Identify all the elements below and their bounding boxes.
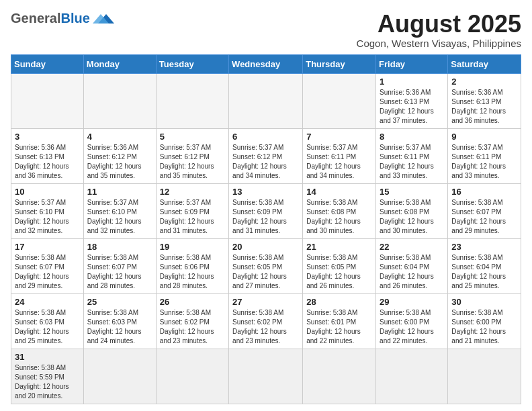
calendar-cell: 30Sunrise: 5:38 AM Sunset: 6:00 PM Dayli… xyxy=(448,293,521,349)
day-number: 11 xyxy=(87,187,152,197)
calendar-cell: 27Sunrise: 5:38 AM Sunset: 6:02 PM Dayli… xyxy=(229,293,303,349)
calendar-cell: 2Sunrise: 5:36 AM Sunset: 6:13 PM Daylig… xyxy=(448,73,521,128)
weekday-header-saturday: Saturday xyxy=(448,54,521,73)
calendar-cell xyxy=(229,73,303,128)
logo-blue: Blue xyxy=(60,11,89,26)
day-info: Sunrise: 5:37 AM Sunset: 6:10 PM Dayligh… xyxy=(15,198,80,236)
day-info: Sunrise: 5:38 AM Sunset: 6:07 PM Dayligh… xyxy=(451,198,517,236)
calendar-cell: 26Sunrise: 5:38 AM Sunset: 6:02 PM Dayli… xyxy=(156,293,228,349)
day-info: Sunrise: 5:36 AM Sunset: 6:13 PM Dayligh… xyxy=(451,88,517,126)
calendar-cell: 16Sunrise: 5:38 AM Sunset: 6:07 PM Dayli… xyxy=(448,183,521,238)
calendar-cell: 22Sunrise: 5:38 AM Sunset: 6:04 PM Dayli… xyxy=(376,238,448,293)
calendar-cell: 15Sunrise: 5:38 AM Sunset: 6:08 PM Dayli… xyxy=(376,183,448,238)
calendar-cell: 14Sunrise: 5:38 AM Sunset: 6:08 PM Dayli… xyxy=(303,183,376,238)
calendar-cell: 21Sunrise: 5:38 AM Sunset: 6:05 PM Dayli… xyxy=(303,238,376,293)
calendar-cell: 5Sunrise: 5:37 AM Sunset: 6:12 PM Daylig… xyxy=(156,128,228,183)
day-info: Sunrise: 5:36 AM Sunset: 6:13 PM Dayligh… xyxy=(380,88,444,126)
day-number: 28 xyxy=(306,297,372,307)
day-number: 2 xyxy=(451,77,517,87)
calendar-cell xyxy=(156,73,228,128)
weekday-header-sunday: Sunday xyxy=(11,54,84,73)
calendar-week-row: 1Sunrise: 5:36 AM Sunset: 6:13 PM Daylig… xyxy=(11,73,521,128)
calendar-cell: 12Sunrise: 5:37 AM Sunset: 6:09 PM Dayli… xyxy=(156,183,228,238)
day-number: 8 xyxy=(380,132,444,142)
day-info: Sunrise: 5:38 AM Sunset: 6:00 PM Dayligh… xyxy=(380,308,444,346)
day-info: Sunrise: 5:38 AM Sunset: 5:59 PM Dayligh… xyxy=(15,363,80,401)
page-header: GeneralBlue August 2025 Cogon, Western V… xyxy=(11,11,521,49)
day-number: 30 xyxy=(451,297,517,307)
day-number: 15 xyxy=(380,187,444,197)
day-info: Sunrise: 5:38 AM Sunset: 6:06 PM Dayligh… xyxy=(160,253,225,291)
day-info: Sunrise: 5:38 AM Sunset: 6:00 PM Dayligh… xyxy=(451,308,517,346)
calendar-cell: 11Sunrise: 5:37 AM Sunset: 6:10 PM Dayli… xyxy=(83,183,156,238)
calendar-cell xyxy=(156,349,228,404)
day-number: 16 xyxy=(451,187,517,197)
day-number: 14 xyxy=(306,187,372,197)
day-number: 13 xyxy=(232,187,299,197)
day-info: Sunrise: 5:38 AM Sunset: 6:03 PM Dayligh… xyxy=(15,308,80,346)
day-info: Sunrise: 5:38 AM Sunset: 6:02 PM Dayligh… xyxy=(232,308,299,346)
day-number: 9 xyxy=(451,132,517,142)
day-info: Sunrise: 5:38 AM Sunset: 6:05 PM Dayligh… xyxy=(232,253,299,291)
day-number: 18 xyxy=(87,242,152,252)
day-number: 7 xyxy=(306,132,372,142)
day-number: 31 xyxy=(15,352,80,362)
calendar-week-row: 17Sunrise: 5:38 AM Sunset: 6:07 PM Dayli… xyxy=(11,238,521,293)
day-info: Sunrise: 5:36 AM Sunset: 6:13 PM Dayligh… xyxy=(15,143,80,181)
calendar-cell: 7Sunrise: 5:37 AM Sunset: 6:11 PM Daylig… xyxy=(303,128,376,183)
day-info: Sunrise: 5:38 AM Sunset: 6:07 PM Dayligh… xyxy=(15,253,80,291)
title-block: August 2025 Cogon, Western Visayas, Phil… xyxy=(357,11,521,49)
calendar-table: SundayMondayTuesdayWednesdayThursdayFrid… xyxy=(11,54,521,404)
day-info: Sunrise: 5:38 AM Sunset: 6:09 PM Dayligh… xyxy=(232,198,299,236)
logo: GeneralBlue xyxy=(11,11,114,26)
day-number: 24 xyxy=(15,297,80,307)
day-info: Sunrise: 5:38 AM Sunset: 6:08 PM Dayligh… xyxy=(306,198,372,236)
day-number: 25 xyxy=(87,297,152,307)
weekday-header-tuesday: Tuesday xyxy=(156,54,228,73)
calendar-cell xyxy=(303,73,376,128)
calendar-cell: 31Sunrise: 5:38 AM Sunset: 5:59 PM Dayli… xyxy=(11,349,84,404)
calendar-week-row: 31Sunrise: 5:38 AM Sunset: 5:59 PM Dayli… xyxy=(11,349,521,404)
logo-general: GeneralBlue xyxy=(11,11,90,26)
day-info: Sunrise: 5:37 AM Sunset: 6:11 PM Dayligh… xyxy=(306,143,372,181)
day-info: Sunrise: 5:36 AM Sunset: 6:12 PM Dayligh… xyxy=(87,143,152,181)
calendar-cell: 8Sunrise: 5:37 AM Sunset: 6:11 PM Daylig… xyxy=(376,128,448,183)
calendar-cell xyxy=(11,73,84,128)
calendar-cell xyxy=(376,349,448,404)
calendar-cell xyxy=(448,349,521,404)
logo-icon xyxy=(93,11,114,26)
day-info: Sunrise: 5:38 AM Sunset: 6:03 PM Dayligh… xyxy=(87,308,152,346)
day-number: 12 xyxy=(160,187,225,197)
calendar-cell: 29Sunrise: 5:38 AM Sunset: 6:00 PM Dayli… xyxy=(376,293,448,349)
month-title: August 2025 xyxy=(357,11,521,38)
calendar-cell: 24Sunrise: 5:38 AM Sunset: 6:03 PM Dayli… xyxy=(11,293,84,349)
day-info: Sunrise: 5:37 AM Sunset: 6:12 PM Dayligh… xyxy=(160,143,225,181)
calendar-cell: 19Sunrise: 5:38 AM Sunset: 6:06 PM Dayli… xyxy=(156,238,228,293)
weekday-header-wednesday: Wednesday xyxy=(229,54,303,73)
day-info: Sunrise: 5:37 AM Sunset: 6:11 PM Dayligh… xyxy=(451,143,517,181)
day-info: Sunrise: 5:37 AM Sunset: 6:12 PM Dayligh… xyxy=(232,143,299,181)
day-number: 17 xyxy=(15,242,80,252)
calendar-cell xyxy=(303,349,376,404)
day-info: Sunrise: 5:38 AM Sunset: 6:07 PM Dayligh… xyxy=(87,253,152,291)
day-number: 19 xyxy=(160,242,225,252)
weekday-header-monday: Monday xyxy=(83,54,156,73)
day-number: 22 xyxy=(380,242,444,252)
calendar-cell: 23Sunrise: 5:38 AM Sunset: 6:04 PM Dayli… xyxy=(448,238,521,293)
location-subtitle: Cogon, Western Visayas, Philippines xyxy=(357,38,521,49)
day-number: 20 xyxy=(232,242,299,252)
calendar-cell: 25Sunrise: 5:38 AM Sunset: 6:03 PM Dayli… xyxy=(83,293,156,349)
calendar-cell: 28Sunrise: 5:38 AM Sunset: 6:01 PM Dayli… xyxy=(303,293,376,349)
day-info: Sunrise: 5:38 AM Sunset: 6:05 PM Dayligh… xyxy=(306,253,372,291)
day-number: 27 xyxy=(232,297,299,307)
day-number: 4 xyxy=(87,132,152,142)
day-info: Sunrise: 5:38 AM Sunset: 6:04 PM Dayligh… xyxy=(380,253,444,291)
calendar-cell: 10Sunrise: 5:37 AM Sunset: 6:10 PM Dayli… xyxy=(11,183,84,238)
calendar-cell xyxy=(83,73,156,128)
calendar-cell xyxy=(83,349,156,404)
calendar-week-row: 24Sunrise: 5:38 AM Sunset: 6:03 PM Dayli… xyxy=(11,293,521,349)
weekday-header-friday: Friday xyxy=(376,54,448,73)
calendar-cell: 9Sunrise: 5:37 AM Sunset: 6:11 PM Daylig… xyxy=(448,128,521,183)
day-number: 5 xyxy=(160,132,225,142)
day-info: Sunrise: 5:37 AM Sunset: 6:10 PM Dayligh… xyxy=(87,198,152,236)
